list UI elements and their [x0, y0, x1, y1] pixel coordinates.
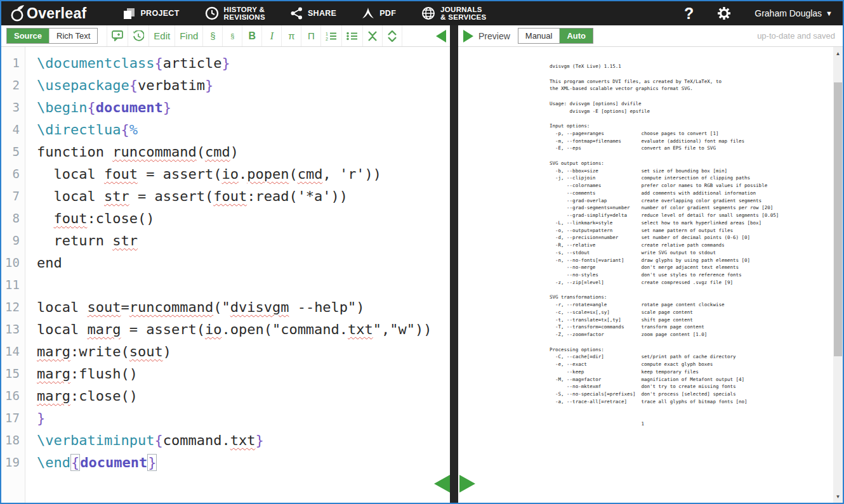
code-line: }: [37, 407, 432, 429]
menu-pdf[interactable]: PDF: [362, 7, 396, 20]
code-line: \documentclass{article}: [37, 52, 432, 74]
find-button[interactable]: Find: [175, 25, 203, 46]
editor-toolbar: Source Rich Text Edit Find §: [1, 25, 450, 47]
line-number: 9: [1, 229, 20, 252]
line-number: 1: [1, 52, 20, 74]
line-number: 16: [1, 385, 20, 407]
top-menu: PROJECT HISTORY & REVISIONS: [123, 6, 486, 21]
compile-mode-toggle: Manual Auto: [518, 28, 593, 44]
menu-project-label: PROJECT: [140, 9, 179, 18]
code-line: marg:write(sout): [37, 340, 432, 363]
menu-project[interactable]: PROJECT: [123, 8, 179, 20]
overleaf-app: Overleaf PROJECT HISTORY & REVISIONS: [0, 0, 844, 504]
line-number: 4: [1, 119, 20, 141]
chevron-down-icon: ▼: [826, 10, 833, 17]
preview-play-icon[interactable]: [463, 30, 473, 42]
line-number: 19: [1, 451, 20, 474]
collapse-editor-arrow[interactable]: [436, 30, 446, 42]
line-number: 12: [1, 296, 20, 318]
italic-button[interactable]: I: [262, 25, 282, 46]
user-menu[interactable]: Graham Douglas ▼: [755, 8, 833, 18]
overleaf-logo[interactable]: Overleaf: [9, 4, 86, 22]
code-line: function runcommand(cmd): [37, 141, 432, 163]
line-number: 7: [1, 185, 20, 207]
scrollbar-thumb[interactable]: [834, 82, 842, 356]
overleaf-leaf-icon: [9, 4, 25, 22]
inline-math-button[interactable]: π: [282, 25, 301, 46]
display-math-button[interactable]: Π: [301, 25, 321, 46]
add-comment-button[interactable]: [107, 25, 128, 46]
edit-menu-button[interactable]: Edit: [149, 25, 175, 46]
auto-compile-button[interactable]: Auto: [559, 29, 593, 43]
line-number: 13: [1, 318, 20, 340]
line-number: 5: [1, 141, 20, 163]
scroll-down-icon[interactable]: ▼: [833, 491, 843, 501]
pages-icon: [123, 8, 135, 20]
pane-divider[interactable]: [450, 25, 458, 503]
line-number: 14: [1, 340, 20, 363]
menu-history-label: HISTORY & REVISIONS: [224, 6, 265, 21]
numbered-list-icon: 1 2: [326, 31, 337, 41]
line-number: 10: [1, 252, 20, 274]
expand-chevrons-icon: [387, 30, 397, 42]
share-icon: [291, 7, 303, 20]
code-line: \end{document}: [37, 451, 432, 474]
numbered-list-button[interactable]: 1 2: [321, 25, 342, 46]
menu-pdf-label: PDF: [379, 9, 396, 18]
section-small-button[interactable]: §: [223, 25, 242, 46]
gear-icon[interactable]: [716, 6, 732, 21]
code-line: [37, 274, 432, 296]
code-line: marg:close(): [37, 385, 432, 407]
line-number: 3: [1, 96, 20, 119]
rich-text-mode-button[interactable]: Rich Text: [49, 29, 97, 43]
history-clock-icon: [205, 6, 219, 20]
indent-button[interactable]: [383, 25, 402, 46]
help-icon[interactable]: ?: [684, 4, 694, 23]
svg-text:1: 1: [326, 31, 328, 36]
menu-history-revisions[interactable]: HISTORY & REVISIONS: [205, 6, 265, 21]
bold-button[interactable]: B: [242, 25, 262, 46]
user-name: Graham Douglas: [755, 8, 822, 18]
code-line: local fout = assert(io.popen(cmd, 'r')): [37, 163, 432, 185]
topbar-right-cluster: ? Graham Douglas ▼: [684, 4, 833, 23]
preview-label: Preview: [478, 31, 510, 41]
save-status: up-to-date and saved: [757, 31, 835, 41]
code-area[interactable]: \documentclass{article}\usepackage{verba…: [25, 47, 432, 503]
line-number: 2: [1, 74, 20, 96]
line-number: 6: [1, 163, 20, 185]
preview-scrollbar[interactable]: ▲ ▼: [833, 47, 843, 503]
code-line: \verbatiminput{command.txt}: [37, 429, 432, 451]
editor-toolbar-buttons: Edit Find § § B I π Π 1 2: [107, 25, 402, 46]
top-navbar: Overleaf PROJECT HISTORY & REVISIONS: [1, 1, 843, 25]
code-line: fout:close(): [37, 207, 432, 229]
line-number: 11: [1, 274, 20, 296]
manual-compile-button[interactable]: Manual: [518, 29, 560, 43]
source-editor[interactable]: 12345678910111213141516171819 \documentc…: [1, 47, 450, 503]
code-line: \begin{document}: [37, 96, 432, 119]
section-large-button[interactable]: §: [203, 25, 223, 46]
menu-share[interactable]: SHARE: [291, 7, 336, 20]
scroll-up-icon[interactable]: ▲: [833, 48, 843, 58]
code-line: \directlua{%: [37, 119, 432, 141]
code-line: \usepackage{verbatim}: [37, 74, 432, 96]
line-number: 8: [1, 207, 20, 229]
bullet-list-icon: [346, 31, 358, 41]
code-line: marg:flush(): [37, 363, 432, 385]
bullet-list-button[interactable]: [342, 25, 363, 46]
menu-journals-services[interactable]: JOURNALS & SERVICES: [421, 6, 486, 21]
menu-journals-label: JOURNALS & SERVICES: [440, 6, 486, 21]
pdf-preview-pane[interactable]: dvisvgm (TeX Live) 1.15.1 This program c…: [458, 47, 843, 503]
collapse-editor-bottom-arrow[interactable]: [434, 475, 450, 493]
expand-preview-bottom-arrow[interactable]: [459, 475, 475, 493]
unindent-button[interactable]: [363, 25, 383, 46]
code-line: local str = assert(fout:read('*a')): [37, 185, 432, 207]
preview-toolbar: Preview Manual Auto up-to-date and saved: [458, 25, 843, 47]
svg-text:2: 2: [326, 37, 328, 41]
collapse-chevrons-icon: [367, 30, 378, 42]
comment-plus-icon: [112, 30, 123, 41]
code-line: return str: [37, 229, 432, 252]
track-changes-button[interactable]: [128, 25, 149, 46]
code-line: end: [37, 252, 432, 274]
globe-icon: [421, 6, 435, 20]
source-mode-button[interactable]: Source: [7, 29, 49, 43]
